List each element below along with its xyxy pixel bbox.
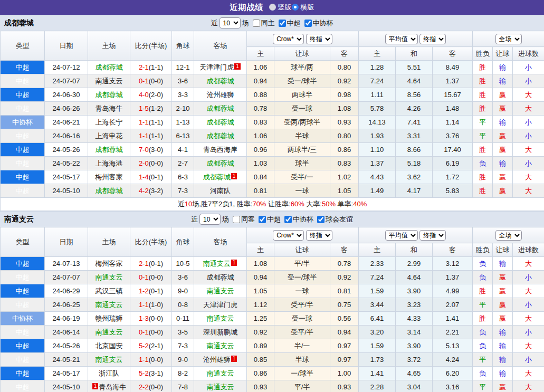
match-date-cell: 24-07-13 <box>45 257 88 271</box>
asia-odds-cell: 半/一 <box>274 339 330 353</box>
team-label: 上海申花 <box>96 132 123 140</box>
goals-result-cell: 大 <box>513 143 544 157</box>
asia-odds-cell: 两球半 <box>274 88 330 102</box>
corner-cell: 2-7 <box>172 157 194 170</box>
europe-final-select[interactable]: 终指 <box>419 230 446 241</box>
checkbox-input[interactable] <box>317 216 325 223</box>
fulltime-score: 0-1 <box>139 328 149 336</box>
filter-checkbox-同客[interactable]: 同客 <box>233 215 255 224</box>
bookmaker-select[interactable]: Crow* <box>273 34 304 44</box>
goals-result-cell: 大 <box>513 184 544 198</box>
away-team-cell: 成都蓉城 <box>194 129 247 143</box>
winloss-cell: 胜 <box>473 102 493 116</box>
halftime-score: (0-1) <box>149 173 163 181</box>
fullmatch-select[interactable]: 全场 <box>495 230 522 241</box>
layout-radio-horizontal[interactable]: 横版 <box>292 3 314 12</box>
winloss-cell: 平 <box>473 116 493 129</box>
match-row: 中超24-07-07南通支云0-1(0-0)3-6成都蓉城0.94受一/球半0.… <box>1 271 544 284</box>
team-label: 成都蓉城 <box>96 91 123 99</box>
col-header-5: 客场 <box>194 31 247 61</box>
bookmaker-select[interactable]: Crow* <box>273 230 304 241</box>
halftime-score: (1-1) <box>149 63 163 71</box>
handicap-result-cell: 输 <box>493 74 513 88</box>
goals-result-cell: 小 <box>513 116 544 129</box>
team-label: 天津津门虎 <box>203 301 237 309</box>
handicap-result-cell: 赢 <box>493 184 513 198</box>
home-team-cell: 南通支云 <box>88 74 130 88</box>
home-team-cell: 南通支云 <box>88 298 130 312</box>
layout-radio-vertical[interactable]: 竖版 <box>269 3 292 12</box>
filter-checkbox-中协杯[interactable]: 中协杯 <box>304 18 333 28</box>
match-date-cell: 24-05-10 <box>45 184 88 198</box>
fulltime-score: 2-1 <box>139 260 149 267</box>
score-cell: 0-1(0-0) <box>130 74 172 88</box>
checkbox-input[interactable] <box>304 20 312 27</box>
asia-odds-cell: 0.94 <box>247 74 274 88</box>
col-header-9: 主 <box>359 47 396 61</box>
fullmatch-select[interactable]: 全场 <box>495 34 522 44</box>
near-label: 近 <box>211 18 218 28</box>
match-row: 中超24-07-13梅州客家2-1(0-1)10-5南通支云11.08平/半0.… <box>1 257 544 271</box>
score-cell: 1-1(1-1) <box>130 129 172 143</box>
checkbox-input[interactable] <box>279 20 286 27</box>
europe-odds-cell: 17.40 <box>433 143 473 157</box>
filter-checkbox-球会友谊[interactable]: 球会友谊 <box>317 215 353 224</box>
winloss-cell: 胜 <box>473 143 493 157</box>
summary-text: 10 <box>185 200 192 208</box>
fulltime-score: 5-2 <box>139 369 149 377</box>
col-header-3: 比分(半场) <box>130 31 172 61</box>
checkbox-input[interactable] <box>233 216 240 223</box>
summary-row: 近10场,胜7平2负1, 胜率:70% 让胜率:60% 大率:50% 单率:40… <box>1 198 544 211</box>
home-team-cell: 梅州客家 <box>88 257 130 271</box>
team-label: 南通支云 <box>207 342 234 350</box>
team-label: 河南队 <box>210 187 231 195</box>
match-count-select[interactable]: 10 <box>219 17 241 28</box>
col-header-6: 主 <box>247 47 274 61</box>
halftime-score: (1-2) <box>149 104 163 112</box>
match-row: 中超24-05-22上海海港2-0(0-0)2-7成都蓉城1.03球半0.831… <box>1 157 544 170</box>
score-cell: 2-2(0-0) <box>130 380 172 392</box>
europe-odds-cell: 7.41 <box>396 116 433 129</box>
match-row: 中超24-06-30成都蓉城4-0(2-0)3-3沧州雄狮0.88两球半0.98… <box>1 88 544 102</box>
handicap-final-select[interactable]: 终指 <box>306 230 332 241</box>
handicap-final-select[interactable]: 终指 <box>306 34 332 44</box>
col-header-4: 角球 <box>172 227 194 257</box>
match-count-select[interactable]: 10 <box>199 214 221 225</box>
filter-checkbox-中超[interactable]: 中超 <box>279 18 301 28</box>
winloss-cell: 胜 <box>473 61 493 74</box>
average-select[interactable]: 平均值 <box>385 34 418 44</box>
away-team-cell: 成都蓉城 <box>194 271 247 284</box>
average-select[interactable]: 平均值 <box>385 230 418 241</box>
col-header-1: 日期 <box>45 227 88 257</box>
europe-odds-cell: 2.99 <box>396 257 433 271</box>
winloss-cell: 负 <box>473 339 493 353</box>
asia-odds-cell: 1.12 <box>247 298 274 312</box>
team-label: 南通支云 <box>96 77 123 85</box>
col-header-9: 主 <box>359 243 396 257</box>
checkbox-input[interactable] <box>284 216 292 223</box>
corner-cell: 1-13 <box>172 116 194 129</box>
home-team-cell: 上海长宁 <box>88 116 130 129</box>
summary-text: 近 <box>178 200 185 208</box>
goals-result-cell: 大 <box>513 102 544 116</box>
europe-odds-cell: 3.23 <box>396 298 433 312</box>
away-team-cell: 成都蓉城 <box>194 74 247 88</box>
col-header-13: 让球 <box>493 243 513 257</box>
team-label: 天津津门虎 <box>199 63 234 71</box>
away-team-cell: 天津津门虎 <box>194 298 247 312</box>
corner-cell: 4-1 <box>172 143 194 157</box>
asia-odds-cell: 0.96 <box>247 143 274 157</box>
col-header-14: 进球数 <box>513 47 544 61</box>
europe-final-select[interactable]: 终指 <box>419 34 446 44</box>
filter-checkbox-同主[interactable]: 同主 <box>253 18 275 28</box>
filter-checkbox-中超[interactable]: 中超 <box>259 215 281 224</box>
europe-odds-cell: 6.19 <box>433 157 473 170</box>
filter-checkbox-中协杯[interactable]: 中协杯 <box>284 215 313 224</box>
checkbox-input[interactable] <box>259 216 266 223</box>
europe-odds-cell: 6.20 <box>433 367 473 380</box>
match-row: 中超24-06-16上海申花1-1(1-1)6-13成都蓉城1.06半球0.80… <box>1 129 544 143</box>
col-header-7: 让球 <box>274 243 330 257</box>
match-type-cell: 中超 <box>1 143 45 157</box>
home-team-cell: 成都蓉城 <box>88 61 130 74</box>
checkbox-input[interactable] <box>253 20 260 27</box>
